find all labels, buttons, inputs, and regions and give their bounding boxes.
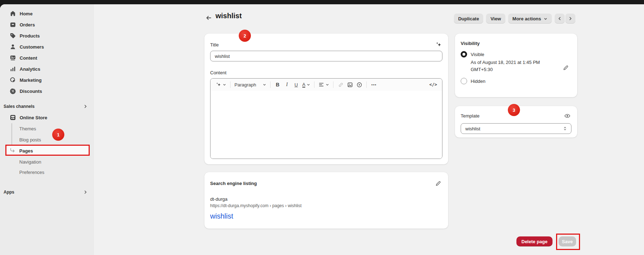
visibility-option-hidden[interactable]: Hidden bbox=[461, 78, 571, 84]
code-view-button[interactable]: </> bbox=[428, 80, 439, 89]
analytics-icon bbox=[9, 65, 16, 72]
products-icon bbox=[9, 32, 16, 39]
sidebar-item-content[interactable]: Content bbox=[3, 53, 91, 63]
template-selected-value: wishlist bbox=[465, 126, 480, 131]
annotation-box-save bbox=[556, 234, 580, 250]
insert-link-button[interactable] bbox=[336, 80, 345, 89]
chevron-down-icon bbox=[544, 17, 548, 21]
sidebar-item-online-store[interactable]: Online Store bbox=[3, 112, 91, 122]
content-field-label: Content bbox=[210, 70, 442, 75]
sidebar-item-themes[interactable]: Themes bbox=[3, 124, 91, 134]
magic-sparkle-icon bbox=[435, 41, 442, 48]
chevron-down-icon bbox=[223, 83, 226, 86]
title-content-card: Title Content Paragraph B I U A bbox=[204, 34, 448, 164]
sidebar-section-apps[interactable]: Apps bbox=[3, 189, 91, 196]
alignment-dropdown[interactable] bbox=[317, 80, 331, 89]
sidebar-item-blog-posts[interactable]: Blog posts bbox=[3, 135, 91, 145]
sidebar-section-sales-channels[interactable]: Sales channels bbox=[3, 103, 91, 110]
sidebar-item-label: Online Store bbox=[20, 115, 47, 120]
pencil-icon bbox=[435, 180, 442, 186]
align-left-icon bbox=[318, 82, 324, 88]
discounts-icon bbox=[9, 88, 16, 95]
marketing-icon bbox=[9, 76, 16, 84]
sidebar-item-label: Marketing bbox=[20, 78, 41, 83]
template-heading: Template bbox=[461, 113, 480, 119]
editor-toolbar: Paragraph B I U A bbox=[210, 79, 442, 91]
sidebar-item-label: Content bbox=[20, 55, 37, 61]
insert-video-button[interactable] bbox=[355, 80, 364, 89]
seo-page-title-link: wishlist bbox=[210, 212, 442, 220]
ai-magic-button[interactable] bbox=[214, 80, 228, 89]
sidebar-item-label: Blog posts bbox=[19, 137, 41, 142]
chevron-down-icon bbox=[263, 83, 266, 86]
view-button[interactable]: View bbox=[486, 14, 505, 24]
rich-text-editor: Paragraph B I U A bbox=[210, 78, 442, 159]
preview-template-button[interactable] bbox=[563, 112, 571, 120]
duplicate-button[interactable]: Duplicate bbox=[454, 14, 484, 24]
next-page-button[interactable] bbox=[565, 14, 575, 24]
sales-channels-label: Sales channels bbox=[4, 104, 35, 109]
sidebar-item-label: Products bbox=[20, 33, 40, 39]
home-icon bbox=[9, 10, 16, 17]
underline-button[interactable]: U bbox=[292, 80, 301, 89]
sidebar-item-navigation[interactable]: Navigation bbox=[3, 157, 91, 167]
delete-page-button[interactable]: Delete page bbox=[516, 236, 553, 246]
chevron-right-icon bbox=[83, 104, 88, 109]
annotation-step-1: 1 bbox=[52, 129, 64, 141]
more-actions-button[interactable]: More actions bbox=[508, 14, 552, 24]
toolbar-divider bbox=[270, 81, 271, 88]
ai-generate-title-button[interactable] bbox=[435, 41, 442, 49]
sidebar-item-label: Orders bbox=[20, 22, 35, 28]
apps-label: Apps bbox=[4, 190, 14, 195]
chevron-right-icon bbox=[568, 16, 573, 21]
chevron-down-icon bbox=[307, 83, 310, 86]
title-input[interactable] bbox=[210, 51, 442, 61]
paragraph-style-dropdown[interactable]: Paragraph bbox=[233, 80, 268, 89]
text-color-button[interactable]: A bbox=[301, 80, 312, 89]
sidebar-item-marketing[interactable]: Marketing bbox=[3, 75, 91, 85]
title-field-label: Title bbox=[210, 42, 219, 48]
back-button[interactable] bbox=[204, 13, 214, 23]
seo-card-heading: Search engine listing bbox=[210, 181, 257, 186]
visibility-option-visible[interactable]: Visible bbox=[461, 51, 571, 58]
sidebar-item-label: Navigation bbox=[19, 159, 41, 165]
bold-button[interactable]: B bbox=[273, 80, 282, 89]
content-editor-area[interactable] bbox=[210, 91, 442, 159]
italic-button[interactable]: I bbox=[282, 80, 292, 89]
sidebar-item-label: Customers bbox=[20, 44, 44, 50]
edit-seo-button[interactable] bbox=[435, 179, 442, 187]
previous-page-button[interactable] bbox=[555, 14, 565, 24]
sidebar-item-label: Preferences bbox=[19, 170, 44, 175]
toolbar-divider bbox=[314, 81, 314, 88]
sidebar-item-label: Discounts bbox=[20, 89, 42, 94]
edit-visibility-date-button[interactable] bbox=[562, 64, 570, 71]
annotation-box-pages bbox=[5, 145, 90, 156]
sidebar-item-orders[interactable]: Orders bbox=[3, 20, 91, 30]
orders-icon bbox=[9, 21, 16, 28]
annotation-step-3: 3 bbox=[508, 104, 520, 116]
image-icon bbox=[347, 82, 353, 88]
template-select[interactable]: wishlist bbox=[461, 123, 571, 134]
visible-since-text: As of August 18, 2021 at 1:45 PM GMT+5:3… bbox=[471, 59, 554, 73]
storefront-icon bbox=[9, 114, 16, 121]
more-tools-button[interactable]: ••• bbox=[369, 80, 378, 89]
toolbar-divider bbox=[333, 81, 333, 88]
seo-site-name: dt-durga bbox=[210, 196, 442, 202]
eye-icon bbox=[564, 112, 571, 119]
content-icon bbox=[9, 54, 16, 61]
sidebar-item-analytics[interactable]: Analytics bbox=[3, 64, 91, 74]
toolbar-divider bbox=[230, 81, 231, 88]
sidebar-item-customers[interactable]: Customers bbox=[3, 42, 91, 52]
sidebar-item-products[interactable]: Products bbox=[3, 31, 91, 41]
sidebar-item-label: Home bbox=[20, 11, 33, 16]
sidebar-item-label: Themes bbox=[19, 126, 36, 131]
sidebar-item-discounts[interactable]: Discounts bbox=[3, 86, 91, 96]
header-actions: Duplicate View More actions bbox=[454, 14, 575, 24]
insert-image-button[interactable] bbox=[345, 80, 355, 89]
video-play-icon bbox=[356, 82, 362, 88]
chevron-left-icon bbox=[558, 16, 562, 21]
customers-icon bbox=[9, 43, 16, 50]
sidebar-item-preferences[interactable]: Preferences bbox=[3, 167, 91, 177]
sidebar-item-home[interactable]: Home bbox=[3, 9, 91, 19]
toolbar-divider bbox=[366, 81, 367, 88]
